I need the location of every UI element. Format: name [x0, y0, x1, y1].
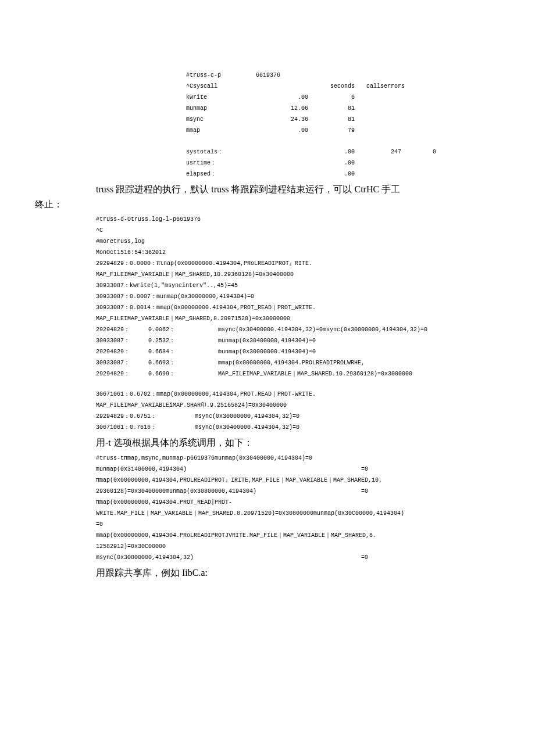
log-row: 30933087： 0.6693： mmap(0x00000000,419430… — [96, 357, 500, 368]
header-seconds: seconds — [326, 81, 355, 92]
paragraph-1b: 终止： — [35, 197, 500, 212]
table-row: kwrite .00 6 — [186, 92, 500, 103]
log-row: munmap(0x31400000,4194304) =0 — [96, 464, 500, 475]
totals-row: systotals： .00 247 0 — [186, 146, 500, 157]
log-row: msync(0x30800000,4194304,32) =0 — [96, 552, 500, 563]
table-row: munmap 12.06 81 — [186, 103, 500, 114]
log-row: 29294829： 0.0062： msync(0x30400000.41943… — [96, 324, 500, 335]
log-row: 30671061：0.7616： msync(0x30400000.419430… — [96, 422, 500, 433]
log-row: WRITE.MAP_FILE｜MAP_VARIABLE｜MAP_SHARED.8… — [96, 508, 500, 530]
truss-log-block: #truss-d-Otruss.log-l-p6619376 ^C #moret… — [96, 214, 500, 433]
log-row: 29294829： 0.6699： MAP_FILEIMAP_VARIABLE｜… — [96, 368, 500, 379]
table-row: mmap .00 79 — [186, 125, 500, 136]
truss-t-block: #truss-tπmap,msync,munmap-p6619376munmap… — [96, 453, 500, 563]
paragraph-3: 用跟踪共享库，例如 IibC.a: — [96, 565, 500, 581]
header-calls: callserrors — [355, 81, 401, 92]
log-row: 29294829：0.6751： msync(0x30000000,419430… — [96, 411, 500, 422]
paragraph-2: 用-t 选项根据具体的系统调用，如下： — [96, 435, 500, 450]
paragraph-1a: truss 跟踪进程的执行，默认 truss 将跟踪到进程结束运行，可以 Ctr… — [35, 182, 500, 197]
truss-summary-table: #truss-c-p 6619376 ^Csyscall seconds cal… — [186, 70, 500, 180]
cmd-label: #truss-c-p — [186, 70, 256, 81]
table-row: msync 24.36 81 — [186, 114, 500, 125]
log-row: 29294829： 0.6684： munmap(0x30000000.4194… — [96, 346, 500, 357]
pid-value: 6619376 — [256, 70, 326, 81]
log-row: 30933087： 0.2532： munmap(0x30400000,4194… — [96, 335, 500, 346]
log-row: 29360128)=0x30400000munmap(0x30800000,41… — [96, 486, 500, 497]
header-syscall: ^Csyscall — [186, 81, 256, 92]
elapsed-row: elapsed： .00 — [186, 169, 500, 180]
usrtime-row: usrtime： .00 — [186, 157, 500, 169]
